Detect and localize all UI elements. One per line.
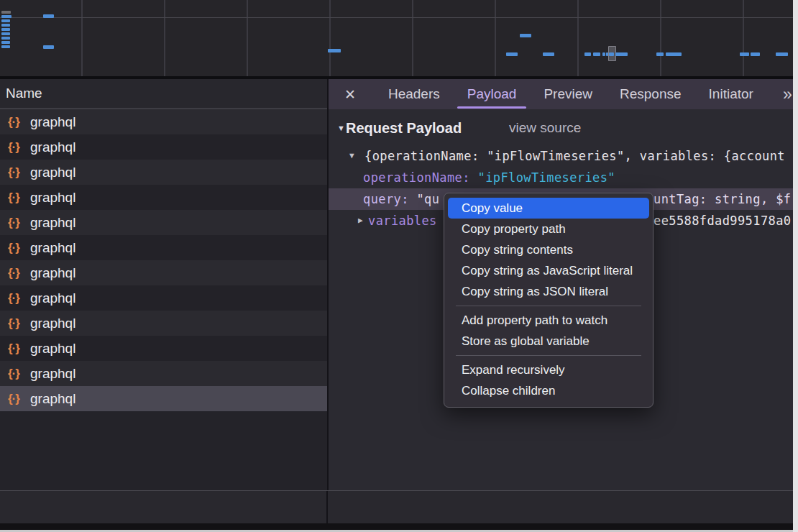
table-row[interactable]: {·}graphql xyxy=(0,386,327,411)
menu-item-copy-property-path[interactable]: Copy property path xyxy=(444,219,653,239)
json-file-icon: {·} xyxy=(8,165,27,180)
menu-separator xyxy=(456,355,641,356)
menu-item-store-as-global-variable[interactable]: Store as global variable xyxy=(444,331,653,352)
column-divider xyxy=(326,491,328,523)
menu-item-collapse-children[interactable]: Collapse children xyxy=(444,380,653,401)
json-string-value: "qu xyxy=(416,192,439,206)
payload-row-operationName[interactable]: operationName: "ipFlowTimeseries" xyxy=(329,167,793,188)
json-file-icon: {·} xyxy=(8,191,27,205)
tab-initiator[interactable]: Initiator xyxy=(707,79,755,109)
request-name: graphql xyxy=(30,290,75,306)
table-row[interactable]: {·}graphql xyxy=(0,361,327,386)
request-name: graphql xyxy=(30,215,75,231)
json-file-icon: {·} xyxy=(8,392,27,406)
json-value-fragment: untTag: string, $f xyxy=(653,188,791,210)
table-row[interactable]: {·}graphql xyxy=(0,285,327,311)
network-overview-timeline[interactable] xyxy=(0,0,793,76)
table-row[interactable]: {·}graphql xyxy=(0,235,327,260)
devtools-network-panel: Name {·}graphql{·}graphql{·}graphql{·}gr… xyxy=(0,0,798,532)
menu-item-add-property-path-to-watch[interactable]: Add property path to watch xyxy=(444,310,653,331)
request-timing-bar xyxy=(1,28,10,31)
menu-item-copy-string-as-javascript-literal[interactable]: Copy string as JavaScript literal xyxy=(444,260,653,281)
json-file-icon: {·} xyxy=(8,291,27,306)
request-timing-bar xyxy=(584,52,591,56)
table-row[interactable]: {·}graphql xyxy=(0,311,327,336)
request-timing-bar xyxy=(1,45,10,48)
json-key: operationName: xyxy=(363,170,470,185)
menu-item-expand-recursively[interactable]: Expand recursively xyxy=(444,359,653,380)
request-name: graphql xyxy=(30,265,75,281)
collapse-arrow-icon[interactable]: ▼ xyxy=(337,118,345,138)
json-file-icon: {·} xyxy=(8,367,27,381)
more-tabs-icon[interactable]: » xyxy=(783,85,791,104)
json-string-value: "ipFlowTimeseries" xyxy=(478,170,615,185)
request-name: graphql xyxy=(30,165,75,180)
table-row[interactable]: {·}graphql xyxy=(0,134,327,160)
tab-response[interactable]: Response xyxy=(618,79,683,109)
request-name: graphql xyxy=(30,316,75,331)
name-column-header[interactable]: Name xyxy=(0,79,327,109)
menu-item-copy-string-contents[interactable]: Copy string contents xyxy=(444,239,653,260)
table-row[interactable]: {·}graphql xyxy=(0,109,327,134)
table-row[interactable]: {·}graphql xyxy=(0,336,327,361)
request-timing-bar xyxy=(43,45,54,49)
request-timing-bar xyxy=(520,34,531,37)
table-row[interactable]: {·}graphql xyxy=(0,260,327,285)
request-timing-bar xyxy=(1,11,11,14)
request-table: Name {·}graphql{·}graphql{·}graphql{·}gr… xyxy=(0,79,327,490)
menu-item-copy-string-as-json-literal[interactable]: Copy string as JSON literal xyxy=(444,281,653,302)
close-icon[interactable]: ✕ xyxy=(344,86,356,103)
request-timing-bar xyxy=(593,52,600,56)
request-timing-bar xyxy=(1,24,10,27)
json-key: query: xyxy=(363,192,409,206)
network-summary-bar xyxy=(0,490,793,523)
tab-headers[interactable]: Headers xyxy=(387,79,441,109)
request-name: graphql xyxy=(30,190,75,206)
request-timing-bar xyxy=(776,52,788,56)
page-background-strip xyxy=(793,0,798,532)
table-row[interactable]: {·}graphql xyxy=(0,185,327,210)
request-timing-bar xyxy=(1,37,10,40)
table-row[interactable]: {·}graphql xyxy=(0,160,327,185)
request-timing-bar xyxy=(656,52,664,56)
request-timing-bar xyxy=(740,52,749,56)
request-timing-bar xyxy=(1,19,10,22)
menu-separator xyxy=(456,306,641,306)
json-file-icon: {·} xyxy=(8,241,27,255)
table-row[interactable]: {·}graphql xyxy=(0,210,327,235)
expand-arrow-icon[interactable]: ▼ xyxy=(349,145,354,167)
payload-summary-text: {operationName: "ipFlowTimeseries", vari… xyxy=(364,145,785,167)
request-name: graphql xyxy=(30,114,75,130)
request-timing-bar xyxy=(328,49,341,52)
context-menu: Copy valueCopy property pathCopy string … xyxy=(444,193,653,408)
request-payload-section: ▼ Request Payload view source xyxy=(329,118,793,138)
request-timing-bar xyxy=(543,52,554,56)
request-timing-bar xyxy=(506,52,518,56)
json-file-icon: {·} xyxy=(8,140,27,155)
expand-arrow-icon[interactable]: ▶ xyxy=(358,210,363,231)
request-timing-bar xyxy=(1,32,10,35)
request-timing-bar xyxy=(609,52,614,56)
view-source-link[interactable]: view source xyxy=(509,118,581,138)
menu-item-copy-value[interactable]: Copy value xyxy=(448,198,649,219)
request-name: graphql xyxy=(30,341,75,357)
payload-root-row[interactable]: ▼ {operationName: "ipFlowTimeseries", va… xyxy=(329,145,793,167)
request-timing-bar xyxy=(1,15,12,18)
request-name: graphql xyxy=(30,366,75,382)
json-file-icon: {·} xyxy=(8,316,27,331)
request-name: graphql xyxy=(30,391,75,407)
json-file-icon: {·} xyxy=(8,216,27,230)
request-name: graphql xyxy=(30,240,75,256)
details-tabbar: ✕ HeadersPayloadPreviewResponseInitiator… xyxy=(329,79,793,109)
tab-payload[interactable]: Payload xyxy=(466,79,518,109)
json-key: variables xyxy=(368,210,437,231)
request-timing-bar xyxy=(615,52,628,56)
json-file-icon: {·} xyxy=(8,266,27,280)
overview-gridline xyxy=(0,17,793,18)
tab-preview[interactable]: Preview xyxy=(542,79,594,109)
section-title: Request Payload xyxy=(346,118,462,138)
request-name: graphql xyxy=(30,139,75,155)
request-timing-bar xyxy=(1,41,10,44)
window-bottom-bar xyxy=(0,523,798,530)
request-timing-bar xyxy=(666,52,682,56)
